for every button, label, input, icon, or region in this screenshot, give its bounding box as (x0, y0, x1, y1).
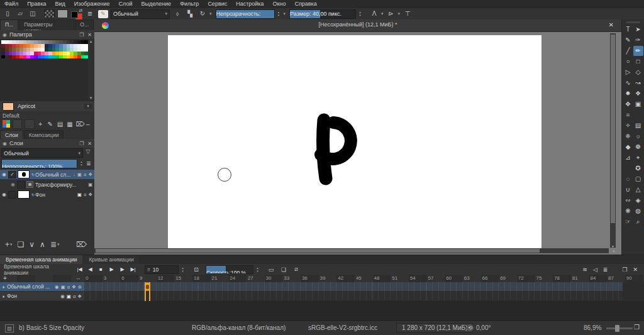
drop-frames-icon[interactable]: ⊡ (191, 266, 202, 273)
alpha-lock-icon[interactable]: α (73, 294, 75, 299)
current-frame-spinbox[interactable]: # 10 (145, 265, 179, 274)
bezier-curve-tool[interactable]: ∿ (623, 78, 633, 88)
first-frame-button[interactable]: |◀ (74, 266, 85, 272)
rectangle-tool[interactable]: □ (633, 57, 643, 67)
onion-skin-toggle-icon[interactable]: ⊚ (78, 284, 82, 290)
color-sampler-tool[interactable]: ✧ (623, 121, 633, 131)
lock-icon[interactable]: ▣ (67, 294, 71, 299)
scroll-up-icon[interactable]: ▲ (88, 40, 94, 43)
polygon-tool[interactable]: ▷ (623, 67, 633, 77)
next-frame-button[interactable]: ▶ (117, 266, 128, 272)
menu-item-9[interactable]: Окно (269, 0, 291, 8)
minus-button[interactable]: ‒ (84, 121, 92, 128)
gradient-tool[interactable]: ▤ (633, 121, 643, 131)
canvas-vertical-scrollbar[interactable]: ▾ (610, 33, 616, 248)
float-docker-icon[interactable]: ❐ (622, 266, 627, 273)
menu-item-1[interactable]: Правка (23, 0, 50, 8)
inherit-alpha-icon[interactable]: ❖ (72, 284, 76, 290)
multibrush-tool[interactable]: ❖ (633, 89, 643, 99)
onion-skin-icon[interactable]: ≋ (582, 266, 587, 273)
fill-tool[interactable]: ◆ (623, 142, 633, 152)
measure-tool[interactable]: ⊿ (623, 153, 633, 163)
menu-item-7[interactable]: Сервис (203, 0, 231, 8)
visibility-icon[interactable]: ◉ (0, 192, 8, 197)
speed-spinner[interactable]: ▴▾ (255, 266, 260, 273)
select-shapes-tool[interactable]: ➤ (633, 25, 643, 35)
bezier-selection-tool[interactable]: ∾ (623, 195, 633, 206)
gradient-chooser[interactable] (44, 9, 55, 18)
remove-color-button[interactable]: ⌦ (75, 121, 84, 128)
dynamic-brush-tool[interactable]: ✸ (623, 89, 633, 99)
assistants-tool[interactable]: ⌖ (633, 153, 643, 163)
last-frame-button[interactable]: ▶| (128, 266, 138, 272)
outline-selection-tool[interactable]: ◌ (623, 174, 633, 184)
polyline-tool[interactable]: ◇ (633, 67, 643, 77)
audio-icon[interactable]: ◁ (593, 266, 597, 273)
save-document-button[interactable]: ◫ (28, 9, 38, 18)
freehand-path-tool[interactable]: ↝ (633, 78, 643, 88)
polygonal-selection-tool[interactable]: △ (633, 185, 643, 195)
layer-checkbox[interactable] (17, 181, 25, 189)
document-title-bar[interactable]: [Несохранённый] (12,1 МиБ) * ✕ (94, 19, 621, 32)
size-spinner[interactable]: ▴▾ (357, 11, 363, 17)
calligraphy-tool[interactable]: ✑ (633, 35, 643, 45)
colorize-mask-tool[interactable]: ❈ (623, 131, 633, 141)
foreground-background-colors[interactable]: ⇄ (71, 9, 82, 19)
opacity-spinner[interactable]: ▴▾ (276, 11, 282, 17)
pattern-chooser[interactable] (57, 9, 68, 18)
layer-opacity-slider[interactable]: Непрозрачность: 100% (1, 159, 77, 168)
layer-checkbox[interactable] (8, 191, 16, 199)
timeline-zoom-handle-icon[interactable]: ↔ (75, 275, 80, 281)
inherit-alpha-icon[interactable]: ❖ (77, 294, 82, 299)
add-track-icon[interactable]: + (3, 275, 7, 282)
foreground-color-swatch[interactable] (71, 11, 78, 18)
palette-scrollbar[interactable]: ▲ ▼ (88, 40, 94, 100)
blending-mode-combo[interactable]: Обычный ▾ (111, 9, 170, 19)
tab-palette[interactable]: П... (0, 19, 18, 30)
close-document-icon[interactable]: ✕ (609, 21, 614, 28)
stop-button[interactable]: ■ (96, 266, 106, 272)
close-docker-icon[interactable]: ✕ (87, 141, 92, 146)
mirror-horizontal-button[interactable]: Λ (369, 9, 379, 18)
visibility-icon[interactable]: ◉ (0, 172, 8, 177)
delete-layer-button[interactable]: ⌦ (76, 240, 87, 249)
menu-item-0[interactable]: Файл (0, 0, 23, 8)
eraser-mode-button[interactable]: ⬨ (172, 9, 182, 18)
toolbox-drag-handle[interactable] (626, 21, 640, 23)
new-document-button[interactable]: ▯ (3, 9, 13, 18)
enclose-fill-tool[interactable]: ❁ (633, 142, 643, 152)
layer-checkbox[interactable]: ✓ (8, 171, 16, 178)
scroll-down-icon[interactable]: ▼ (88, 96, 94, 100)
chevron-down-icon[interactable]: ▾ (284, 11, 286, 16)
wrap-around-button[interactable]: ⊤ (402, 9, 413, 18)
chevron-down-icon[interactable]: ▾ (398, 11, 401, 16)
menu-item-2[interactable]: Вид (51, 0, 70, 8)
edit-color-button[interactable]: ✎ (46, 121, 54, 128)
float-docker-icon[interactable]: ❐ (79, 141, 84, 146)
mirror-vertical-button[interactable]: ⊳ (386, 9, 396, 18)
docker-lock-icon[interactable]: ◉ (3, 32, 7, 38)
rotation-icon[interactable]: ⟲ (467, 324, 474, 331)
track-frames[interactable] (84, 282, 623, 291)
rect-selection-tool[interactable]: ▢ (633, 174, 643, 184)
close-docker-icon[interactable]: ✕ (633, 266, 638, 273)
duplicate-layer-button[interactable]: ❏ (18, 240, 25, 249)
palette-slot-button[interactable] (13, 119, 23, 129)
frame-spinner[interactable]: ▴▾ (180, 266, 186, 273)
opacity-slider[interactable]: Непрозрачность: 100% (216, 9, 275, 19)
layer-row-transform-mask[interactable]: ◉ ▦ Трансформиру... ▣ (0, 180, 94, 189)
palette-view-button[interactable]: ▦ (66, 121, 74, 128)
alpha-lock-icon[interactable]: α (67, 284, 70, 290)
layer-filter-icon[interactable]: ▽ (83, 148, 93, 157)
inherit-alpha-icon[interactable]: ❖ (88, 192, 92, 197)
add-color-button[interactable]: + (36, 121, 45, 128)
tab-tool-options[interactable]: Параметры инстру... (19, 19, 74, 30)
track-pin-icon[interactable]: ♦ (0, 294, 7, 299)
move-layer-up-button[interactable]: ∧ (40, 240, 45, 249)
timeline-option-1-icon[interactable]: ▭ (265, 266, 277, 273)
timeline-ruler[interactable]: + ↔ 036912151821242730333639424548515457… (0, 275, 644, 282)
brush-size-slider[interactable]: Размер: 40,00 пикс. (289, 9, 356, 19)
save-palette-button[interactable]: ▤ (56, 121, 64, 128)
layer-blending-mode-combo[interactable]: Обычный ▾ (1, 148, 83, 158)
canvas-only-mode-icon[interactable]: ❐ (634, 324, 640, 331)
